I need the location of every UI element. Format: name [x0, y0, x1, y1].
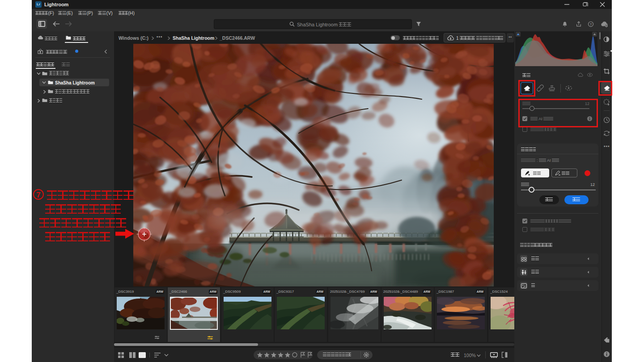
- svg-text:?: ?: [590, 22, 592, 26]
